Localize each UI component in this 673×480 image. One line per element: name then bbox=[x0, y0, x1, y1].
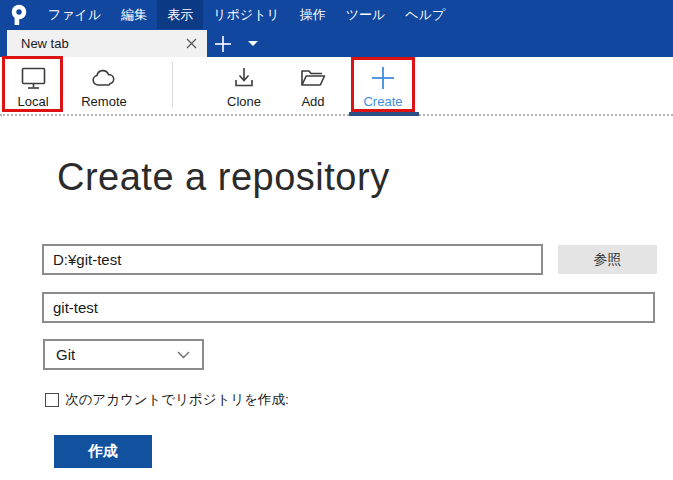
menu-item-edit[interactable]: 編集 bbox=[111, 0, 157, 29]
toolbar-label-clone: Clone bbox=[227, 94, 261, 109]
menu-item-repository[interactable]: リポジトリ bbox=[203, 0, 290, 29]
tab-new-tab[interactable]: New tab bbox=[7, 30, 207, 57]
menu-item-actions[interactable]: 操作 bbox=[290, 0, 336, 29]
caret-down-icon bbox=[248, 41, 258, 46]
toolbar-label-add: Add bbox=[301, 94, 324, 109]
browse-button[interactable]: 参照 bbox=[558, 245, 657, 274]
menubar: ファイル 編集 表示 リポジトリ 操作 ツール ヘルプ bbox=[38, 0, 455, 29]
toolbar-button-local[interactable]: Local bbox=[5, 63, 61, 109]
active-toolbar-tab-underline bbox=[349, 112, 419, 116]
repository-type-value: Git bbox=[56, 346, 177, 363]
account-checkbox[interactable] bbox=[45, 393, 59, 407]
titlebar: ファイル 編集 表示 リポジトリ 操作 ツール ヘルプ bbox=[0, 0, 673, 29]
repository-name-input[interactable] bbox=[42, 292, 655, 323]
toolbar-label-local: Local bbox=[17, 94, 48, 109]
menu-item-help[interactable]: ヘルプ bbox=[395, 0, 455, 29]
toolbar-label-create: Create bbox=[363, 94, 402, 109]
toolbar-button-clone[interactable]: Clone bbox=[216, 63, 272, 109]
plus-icon bbox=[214, 35, 232, 53]
toolbar-separator bbox=[172, 62, 173, 107]
tabbar: New tab bbox=[0, 29, 673, 57]
toolbar-button-remote[interactable]: Remote bbox=[76, 63, 132, 109]
sourcetree-window: ファイル 編集 表示 リポジトリ 操作 ツール ヘルプ New tab bbox=[0, 0, 673, 480]
account-checkbox-label: 次のアカウントでリポジトリを作成: bbox=[65, 391, 289, 409]
menu-item-view[interactable]: 表示 bbox=[157, 0, 203, 29]
folder-icon bbox=[299, 63, 327, 91]
tab-list-button[interactable] bbox=[243, 32, 263, 55]
page-title: Create a repository bbox=[57, 156, 390, 199]
menu-item-tools[interactable]: ツール bbox=[336, 0, 396, 29]
toolbar-button-create[interactable]: Create bbox=[355, 63, 411, 109]
download-icon bbox=[231, 63, 257, 91]
sourcetree-logo-icon bbox=[8, 3, 30, 27]
new-tab-button[interactable] bbox=[211, 32, 235, 55]
cloud-icon bbox=[90, 63, 118, 91]
account-checkbox-row: 次のアカウントでリポジトリを作成: bbox=[45, 391, 289, 409]
chevron-down-icon bbox=[177, 351, 190, 359]
toolbar-button-add[interactable]: Add bbox=[285, 63, 341, 109]
repository-type-select[interactable]: Git bbox=[43, 339, 204, 370]
monitor-icon bbox=[20, 63, 47, 91]
toolbar-label-remote: Remote bbox=[81, 94, 127, 109]
destination-path-input[interactable] bbox=[42, 244, 543, 275]
tab-title: New tab bbox=[21, 36, 184, 51]
create-button[interactable]: 作成 bbox=[54, 435, 152, 468]
plus-icon bbox=[371, 63, 395, 91]
menu-item-file[interactable]: ファイル bbox=[38, 0, 111, 29]
close-icon[interactable] bbox=[184, 37, 198, 51]
toolbar: Local Remote Clone bbox=[0, 57, 673, 116]
